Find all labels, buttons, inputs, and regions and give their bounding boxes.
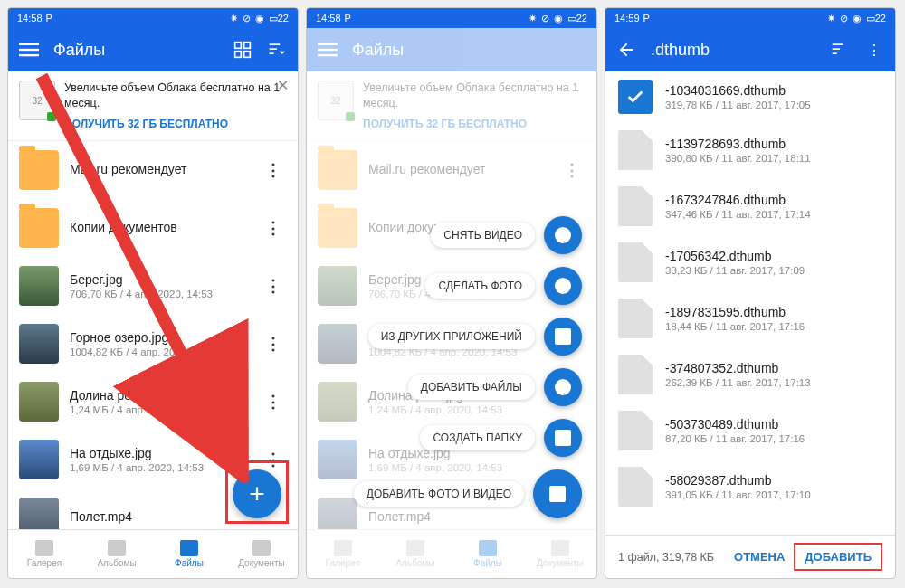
sort-icon[interactable] (267, 40, 287, 60)
list-item[interactable]: Долина реки.jpg1,24 МБ / 4 апр. 2020, 14… (8, 373, 298, 431)
svg-rect-10 (318, 43, 338, 45)
file-icon (618, 355, 653, 394)
svg-rect-4 (244, 43, 251, 49)
folder-plus-icon (555, 430, 571, 446)
svg-rect-2 (19, 54, 39, 56)
docs-icon (252, 540, 271, 556)
more-icon[interactable]: ⋮ (262, 160, 285, 180)
svg-rect-15 (833, 52, 837, 54)
menu-icon[interactable] (19, 40, 39, 60)
image-thumb (19, 440, 59, 479)
add-button[interactable]: ДОБАВИТЬ (794, 543, 882, 571)
appbar: Файлы (307, 28, 596, 71)
selection-info: 1 файл, 319,78 КБ (618, 551, 725, 564)
more-icon[interactable]: ⋮ (262, 334, 285, 354)
list-item[interactable]: Берег.jpg706,70 КБ / 4 апр. 2020, 14:53⋮ (8, 257, 298, 315)
sd-record-video[interactable]: СНЯТЬ ВИДЕО (431, 216, 582, 254)
gallery-icon (35, 540, 53, 556)
svg-rect-6 (244, 52, 251, 58)
grid-view-icon[interactable] (233, 40, 252, 60)
nav-files[interactable]: Файлы (153, 530, 225, 578)
statusbar: 14:59 P ✷⊘◉▭22 (605, 8, 895, 28)
file-icon (618, 130, 653, 170)
albums-icon (108, 540, 126, 556)
statusbar: 14:58 P ✷⊘◉▭22 (307, 8, 596, 28)
more-icon[interactable]: ⋮ (262, 218, 285, 238)
list-item[interactable]: Mail.ru рекомендует⋮ (8, 141, 298, 199)
list-item[interactable]: -1673247846.dthumb347,46 КБ / 11 авг. 20… (605, 178, 895, 234)
back-icon[interactable] (616, 40, 636, 60)
highlight-box (225, 460, 289, 524)
file-icon (618, 299, 653, 338)
banner-cta[interactable]: ПОЛУЧИТЬ 32 ГБ БЕСПЛАТНО (64, 117, 287, 131)
list-item[interactable]: -1034031669.dthumb319,78 КБ / 11 авг. 20… (605, 71, 895, 122)
sort-icon[interactable] (830, 40, 850, 60)
phone-screen-2: 14:58 P ✷⊘◉▭22 Файлы 32 Увеличьте объем … (306, 7, 597, 579)
page-title: .dthumb (651, 41, 815, 60)
list-item[interactable]: -17056342.dthumb33,23 КБ / 11 авг. 2017,… (605, 234, 895, 290)
file-list: -1034031669.dthumb319,78 КБ / 11 авг. 20… (605, 71, 895, 535)
sd-other-apps[interactable]: ИЗ ДРУГИХ ПРИЛОЖЕНИЙ (368, 318, 582, 356)
folder-icon (19, 150, 59, 190)
sd-create-folder[interactable]: СОЗДАТЬ ПАПКУ (420, 419, 582, 457)
sdcard-icon: 32 (19, 81, 55, 120)
vibrate-icon: ⊘ (243, 13, 251, 24)
list-item[interactable]: -503730489.dthumb87,20 КБ / 11 авг. 2017… (605, 403, 895, 459)
list-item[interactable]: -1897831595.dthumb18,44 КБ / 11 авг. 201… (605, 290, 895, 346)
wifi-icon: ◉ (255, 13, 264, 24)
phone-screen-1: 14:58 P ✷ ⊘ ◉ ▭22 Файлы 32 Увеличьте объ… (7, 7, 299, 579)
nav-docs[interactable]: Документы (225, 530, 298, 578)
dnd-icon: ✷ (230, 13, 238, 24)
speed-dial: СНЯТЬ ВИДЕО СДЕЛАТЬ ФОТО ИЗ ДРУГИХ ПРИЛО… (354, 216, 582, 518)
svg-rect-3 (235, 43, 242, 49)
list-item[interactable]: -58029387.dthumb391,05 КБ / 11 авг. 2017… (605, 459, 895, 515)
svg-rect-9 (270, 52, 274, 54)
image-thumb (19, 382, 59, 422)
apps-icon (555, 328, 571, 345)
video-icon (555, 227, 571, 243)
banner-text: Увеличьте объем Облака бесплатно на 1 ме… (64, 81, 287, 111)
cloud-icon (180, 540, 198, 556)
more-icon[interactable]: ⋮ (262, 276, 285, 296)
nav-gallery[interactable]: Галерея (8, 530, 81, 578)
list-item[interactable]: Копии документов⋮ (8, 199, 298, 257)
svg-rect-14 (833, 48, 840, 50)
selection-footer: 1 файл, 319,78 КБ ОТМЕНА ДОБАВИТЬ (605, 535, 895, 578)
image-thumb (19, 324, 59, 364)
nav-albums[interactable]: Альбомы (81, 530, 153, 578)
svg-rect-1 (19, 49, 39, 51)
svg-rect-5 (235, 52, 242, 58)
svg-rect-7 (270, 43, 281, 45)
list-item[interactable]: Горное озеро.jpg1004,82 КБ / 4 апр. 2020… (8, 315, 298, 373)
status-time: 14:58 (17, 13, 43, 24)
svg-rect-13 (833, 43, 843, 45)
svg-rect-0 (19, 43, 39, 45)
close-icon[interactable]: ✕ (277, 77, 289, 94)
image-icon (549, 486, 566, 502)
sd-take-photo[interactable]: СДЕЛАТЬ ФОТО (425, 267, 582, 305)
list-item[interactable]: -1139728693.dthumb390,80 КБ / 11 авг. 20… (605, 122, 895, 178)
file-icon (555, 379, 571, 395)
image-thumb (19, 498, 59, 529)
file-icon (618, 467, 653, 507)
file-icon (618, 411, 653, 450)
phone-screen-3: 14:59 P ✷⊘◉▭22 .dthumb ⋮ -1034031669.dth… (605, 7, 896, 579)
camera-icon (555, 278, 571, 294)
checkbox-checked-icon[interactable] (618, 80, 653, 114)
overflow-icon[interactable]: ⋮ (864, 40, 884, 60)
file-icon (618, 186, 653, 226)
image-thumb (19, 266, 59, 306)
svg-rect-12 (318, 54, 338, 56)
more-icon[interactable]: ⋮ (262, 392, 285, 412)
svg-rect-8 (270, 48, 277, 50)
promo-banner: 32 Увеличьте объем Облака бесплатно на 1… (8, 71, 298, 141)
file-icon (618, 242, 653, 282)
bottom-nav: Галерея Альбомы Файлы Документы (8, 529, 298, 578)
page-title: Файлы (53, 41, 218, 60)
cancel-button[interactable]: ОТМЕНА (725, 545, 794, 569)
battery-icon: ▭22 (269, 13, 289, 24)
sd-add-media[interactable]: ДОБАВИТЬ ФОТО И ВИДЕО (354, 469, 582, 518)
sd-add-files[interactable]: ДОБАВИТЬ ФАЙЛЫ (408, 368, 582, 406)
appbar: .dthumb ⋮ (605, 28, 895, 71)
list-item[interactable]: -374807352.dthumb262,39 КБ / 11 авг. 201… (605, 346, 895, 403)
